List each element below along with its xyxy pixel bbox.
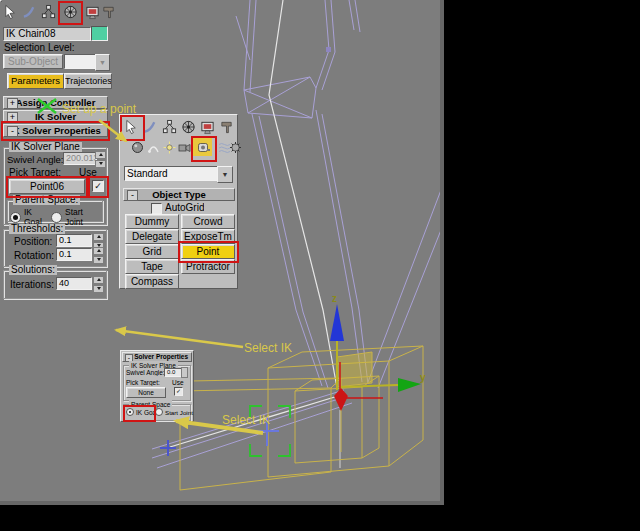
- shapes-icon: [147, 141, 160, 154]
- button-point[interactable]: Point: [181, 244, 235, 259]
- spinner-up[interactable]: [93, 276, 104, 284]
- axis-tripod[interactable]: z y: [330, 293, 426, 411]
- ik-goal-marker[interactable]: [334, 388, 348, 411]
- z-axis-label: z: [332, 293, 337, 304]
- radio-dot[interactable]: [51, 212, 62, 223]
- category-lights[interactable]: [162, 140, 176, 155]
- tab-motion[interactable]: [62, 3, 78, 21]
- category-helpers[interactable]: [196, 140, 210, 155]
- rotation-label: Rotation:: [14, 250, 54, 261]
- button-dummy[interactable]: Dummy: [125, 214, 179, 229]
- position-label: Position:: [14, 236, 52, 247]
- tab-create[interactable]: [2, 3, 18, 21]
- category-cameras[interactable]: [177, 140, 191, 155]
- tab-motion[interactable]: [180, 118, 196, 136]
- category-geometry[interactable]: [130, 140, 144, 155]
- object-color-swatch[interactable]: [91, 26, 108, 41]
- group-label: IK Solver Plane: [9, 142, 82, 152]
- iterations-label: Iterations:: [10, 279, 54, 290]
- rollout-label: Object Type: [152, 189, 206, 200]
- pick-target-button[interactable]: None: [126, 387, 166, 398]
- tab-hierarchy[interactable]: [161, 118, 177, 136]
- object-name-field[interactable]: IK Chain08: [3, 27, 91, 41]
- spinner-down[interactable]: [93, 256, 104, 264]
- selected-face-highlight: [337, 352, 372, 387]
- rollout-object-type[interactable]: - Object Type: [123, 188, 235, 201]
- geometry-sphere-icon: [131, 141, 144, 154]
- tab-hierarchy[interactable]: [40, 3, 56, 21]
- category-select-arrow[interactable]: ▼: [217, 166, 233, 183]
- use-checkbox[interactable]: ✓: [92, 180, 104, 192]
- spinner-up[interactable]: [93, 247, 104, 255]
- tab-utilities[interactable]: [100, 3, 116, 21]
- button-tape[interactable]: Tape: [125, 259, 179, 274]
- button-compass[interactable]: Compass: [125, 274, 179, 289]
- spinner-down[interactable]: [93, 285, 104, 293]
- utilities-hammer-icon: [101, 4, 116, 20]
- group-label: Solutions:: [9, 265, 57, 275]
- pick-target-label: Pick Target:: [9, 167, 61, 178]
- sub-object-dropdown-arrow[interactable]: ▼: [95, 54, 110, 71]
- use-checkbox[interactable]: ✓: [174, 387, 183, 396]
- pick-target-label: Pick Target:: [126, 379, 160, 386]
- radio-label: Start Joint: [65, 207, 83, 227]
- autogrid-checkbox[interactable]: [151, 203, 162, 214]
- sub-object-select[interactable]: [64, 54, 99, 69]
- collapse-icon[interactable]: -: [127, 190, 138, 201]
- group-label: Parent Space:: [13, 195, 80, 205]
- ik-goal-radio[interactable]: IK Goal: [126, 408, 158, 416]
- group-label: Thresholds:: [9, 224, 65, 234]
- iterations-field[interactable]: 40: [56, 277, 92, 290]
- tab-modify[interactable]: [21, 3, 37, 21]
- category-systems[interactable]: [228, 140, 242, 155]
- collapse-icon[interactable]: -: [7, 126, 18, 137]
- radio-dot[interactable]: [126, 408, 134, 416]
- expand-icon[interactable]: +: [7, 98, 18, 109]
- tab-display[interactable]: [84, 3, 100, 21]
- use-label: Use: [79, 167, 97, 178]
- position-field[interactable]: 0.1: [56, 234, 92, 247]
- start-joint-radio[interactable]: Start Joint: [155, 408, 193, 416]
- category-shapes[interactable]: [146, 140, 160, 155]
- z-axis-arrow[interactable]: [330, 304, 344, 341]
- dialog-title: IK Solver Properties: [126, 353, 188, 360]
- rollout-ik-solver-properties[interactable]: - IK Solver Properties: [3, 124, 108, 137]
- iterations-spinner[interactable]: [93, 276, 104, 294]
- swivel-angle-field[interactable]: 200.013: [63, 152, 97, 165]
- create-panel: Standard ▼ - Object Type AutoGrid Dummy …: [119, 114, 238, 289]
- spinner-up[interactable]: [95, 151, 106, 159]
- button-grid[interactable]: Grid: [125, 244, 179, 259]
- sub-object-button[interactable]: Sub-Object: [3, 54, 63, 69]
- rotation-spinner[interactable]: [93, 247, 104, 265]
- rollout-ik-solver[interactable]: + IK Solver: [3, 110, 108, 123]
- helper-category-select[interactable]: Standard: [124, 166, 220, 181]
- swivel-angle-spinner[interactable]: [181, 367, 188, 378]
- use-label: Use: [172, 379, 184, 386]
- tab-create[interactable]: [123, 118, 139, 136]
- tab-utilities[interactable]: [218, 118, 234, 136]
- create-arrow-icon: [124, 119, 139, 135]
- display-icon: [85, 4, 100, 20]
- pick-target-button[interactable]: Point06: [9, 179, 85, 194]
- y-axis-arrow[interactable]: [398, 378, 421, 392]
- ik-solver-properties-dialog: - IK Solver Properties IK Solver Plane S…: [120, 350, 194, 422]
- button-crowd[interactable]: Crowd: [181, 214, 235, 229]
- radio-dot[interactable]: [155, 408, 163, 416]
- tab-modify[interactable]: [142, 118, 158, 136]
- expand-icon[interactable]: +: [7, 112, 18, 123]
- application-window: z y: [0, 0, 640, 531]
- rollout-label: IK Solver: [35, 111, 76, 122]
- systems-gear-icon: [229, 141, 242, 154]
- button-delegate[interactable]: Delegate: [125, 229, 179, 244]
- rollout-assign-controller[interactable]: + Assign Controller: [3, 96, 108, 109]
- tab-trajectories[interactable]: Trajectories: [64, 73, 112, 89]
- rotation-field[interactable]: 0.1: [56, 248, 92, 261]
- swivel-angle-label: Swivel Angle:: [7, 154, 64, 165]
- tab-parameters[interactable]: Parameters: [7, 73, 64, 89]
- radio-dot[interactable]: [10, 212, 21, 223]
- y-axis-label: y: [420, 372, 426, 383]
- spinner-up[interactable]: [93, 233, 104, 241]
- button-protractor[interactable]: Protractor: [181, 259, 235, 274]
- button-exposetm[interactable]: ExposeTm: [181, 229, 235, 244]
- tab-display[interactable]: [199, 118, 215, 136]
